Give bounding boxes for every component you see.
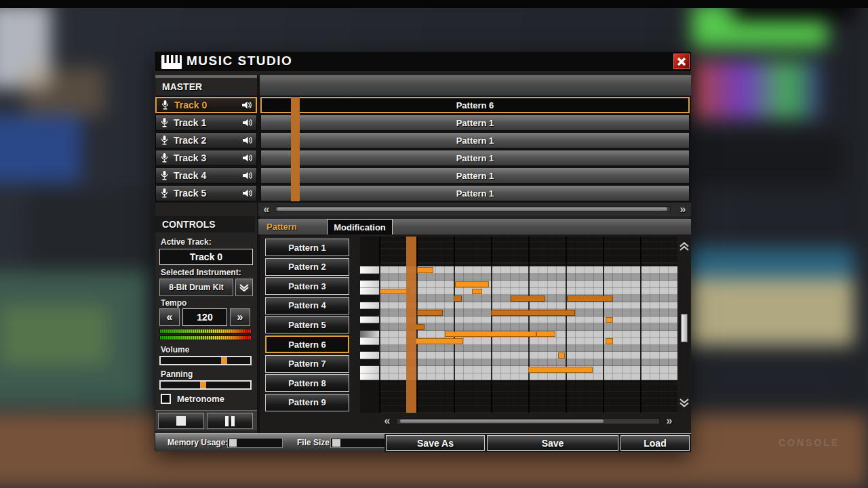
microphone-icon bbox=[156, 135, 172, 146]
tempo-increase-button[interactable]: » bbox=[230, 308, 250, 326]
scroll-up-icon[interactable] bbox=[679, 238, 689, 256]
piano-key-black[interactable] bbox=[360, 295, 379, 302]
master-pattern-row-0[interactable]: Pattern 6 bbox=[260, 97, 690, 113]
piano-key-white[interactable] bbox=[360, 366, 379, 373]
speaker-icon[interactable] bbox=[238, 101, 256, 109]
memory-usage-meter bbox=[227, 438, 283, 448]
instrument-select[interactable]: 8-Bit Drum Kit bbox=[159, 279, 233, 296]
piano-key-white[interactable] bbox=[360, 302, 379, 310]
piano-key-black[interactable] bbox=[360, 323, 379, 331]
note[interactable] bbox=[528, 367, 593, 373]
pattern-list-item-6[interactable]: Pattern 6 bbox=[265, 336, 349, 353]
piano-key-white[interactable] bbox=[360, 317, 379, 324]
piano-key-white[interactable] bbox=[360, 288, 379, 296]
bottom-bar: Memory Usage: File Size: Save As Save Lo… bbox=[155, 433, 691, 451]
note[interactable] bbox=[380, 289, 410, 295]
track-label: Track 5 bbox=[172, 188, 239, 199]
note[interactable] bbox=[417, 310, 443, 316]
track-row-2[interactable]: Track 2 bbox=[155, 132, 257, 148]
scroll-right-icon[interactable]: » bbox=[663, 414, 676, 428]
speaker-icon[interactable] bbox=[239, 189, 256, 197]
piano-key-black[interactable] bbox=[360, 309, 379, 317]
pause-button[interactable] bbox=[207, 413, 253, 429]
speaker-icon[interactable] bbox=[239, 119, 256, 127]
track-row-3[interactable]: Track 3 bbox=[155, 150, 257, 166]
active-track-value: Track 0 bbox=[159, 249, 253, 265]
tab-modification[interactable]: Modification bbox=[327, 219, 393, 235]
note[interactable] bbox=[606, 338, 613, 344]
piano-key-black[interactable] bbox=[360, 274, 379, 281]
pattern-list-item-1[interactable]: Pattern 1 bbox=[265, 239, 349, 256]
tab-pattern[interactable]: Pattern bbox=[258, 219, 323, 235]
track-row-5[interactable]: Track 5 bbox=[155, 185, 257, 201]
instrument-dropdown-button[interactable] bbox=[235, 279, 253, 296]
note[interactable] bbox=[606, 317, 613, 323]
pattern-list-item-5[interactable]: Pattern 5 bbox=[265, 316, 349, 333]
scrollbar-thumb[interactable] bbox=[400, 420, 604, 423]
speaker-icon[interactable] bbox=[239, 136, 256, 144]
piano-key-white[interactable] bbox=[360, 338, 379, 345]
piano-roll-grid[interactable] bbox=[379, 237, 677, 413]
pattern-list-item-4[interactable]: Pattern 4 bbox=[265, 297, 349, 314]
note[interactable] bbox=[445, 331, 536, 338]
note[interactable] bbox=[511, 296, 545, 302]
scrollbar-track[interactable] bbox=[397, 418, 660, 424]
piano-key-white[interactable] bbox=[360, 331, 379, 338]
scroll-down-icon[interactable] bbox=[679, 394, 689, 411]
track-row-4[interactable]: Track 4 bbox=[155, 167, 257, 184]
grid-playhead bbox=[406, 237, 416, 413]
volume-slider[interactable] bbox=[159, 356, 252, 365]
master-pattern-row-4[interactable]: Pattern 1 bbox=[260, 167, 690, 184]
note[interactable] bbox=[536, 331, 555, 338]
note[interactable] bbox=[455, 281, 489, 287]
piano-keys-column bbox=[360, 266, 379, 380]
track-label: Track 4 bbox=[172, 170, 239, 181]
metronome-checkbox[interactable] bbox=[161, 394, 171, 404]
note[interactable] bbox=[417, 267, 433, 273]
save-button[interactable]: Save bbox=[487, 435, 618, 451]
track-label: Track 3 bbox=[172, 152, 239, 163]
master-pattern-row-5[interactable]: Pattern 1 bbox=[260, 185, 690, 201]
speaker-icon[interactable] bbox=[239, 171, 256, 180]
load-button[interactable]: Load bbox=[620, 435, 690, 451]
scroll-left-icon[interactable]: « bbox=[260, 203, 273, 216]
piano-key-white[interactable] bbox=[360, 373, 379, 381]
file-size-label: File Size: bbox=[297, 434, 332, 452]
pattern-list-item-8[interactable]: Pattern 8 bbox=[265, 374, 349, 392]
master-pattern-row-3[interactable]: Pattern 1 bbox=[260, 150, 690, 166]
pattern-list-item-9[interactable]: Pattern 9 bbox=[265, 394, 349, 411]
vertical-scrollbar-thumb[interactable] bbox=[681, 314, 688, 342]
pause-icon bbox=[225, 416, 229, 426]
track-row-0[interactable]: Track 0 bbox=[155, 97, 257, 113]
scroll-left-icon[interactable]: « bbox=[380, 414, 394, 428]
master-pattern-row-1[interactable]: Pattern 1 bbox=[260, 115, 690, 131]
panning-slider[interactable] bbox=[159, 380, 252, 390]
note[interactable] bbox=[491, 310, 575, 316]
panning-handle[interactable] bbox=[200, 382, 206, 388]
speaker-icon[interactable] bbox=[239, 154, 256, 162]
note[interactable] bbox=[472, 289, 482, 295]
note[interactable] bbox=[558, 352, 565, 359]
note[interactable] bbox=[454, 296, 462, 302]
tempo-decrease-button[interactable]: « bbox=[159, 308, 180, 326]
piano-key-white[interactable] bbox=[360, 281, 379, 288]
scrollbar-track[interactable] bbox=[275, 206, 671, 212]
pattern-list-item-7[interactable]: Pattern 7 bbox=[265, 355, 349, 373]
pattern-list-item-3[interactable]: Pattern 3 bbox=[265, 277, 349, 295]
save-as-button[interactable]: Save As bbox=[386, 435, 485, 451]
piano-key-white[interactable] bbox=[360, 352, 379, 359]
scrollbar-thumb[interactable] bbox=[277, 207, 667, 211]
stop-button[interactable] bbox=[158, 413, 204, 429]
scroll-right-icon[interactable]: » bbox=[676, 203, 690, 216]
piano-key-black[interactable] bbox=[360, 359, 379, 367]
volume-handle[interactable] bbox=[221, 357, 227, 364]
track-row-1[interactable]: Track 1 bbox=[155, 115, 257, 131]
piano-key-black[interactable] bbox=[360, 345, 379, 352]
note[interactable] bbox=[409, 338, 463, 344]
title-bar: MUSIC STUDIO bbox=[155, 52, 691, 71]
piano-key-white[interactable] bbox=[360, 266, 379, 274]
close-button[interactable] bbox=[673, 54, 690, 69]
master-pattern-row-2[interactable]: Pattern 1 bbox=[260, 132, 690, 148]
pattern-list-item-2[interactable]: Pattern 2 bbox=[265, 258, 349, 276]
note[interactable] bbox=[567, 296, 613, 302]
